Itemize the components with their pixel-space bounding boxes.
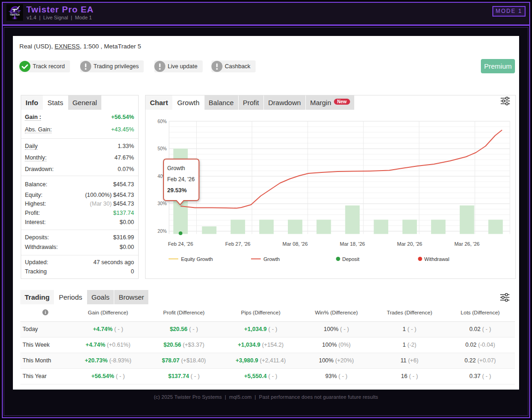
svg-text:Deposit: Deposit <box>342 256 359 262</box>
svg-text:60%: 60% <box>158 119 167 124</box>
svg-text:Mar 08, '26: Mar 08, '26 <box>282 241 308 247</box>
svg-text:Mar 20, '26: Mar 20, '26 <box>397 241 422 247</box>
svg-text:Mar 26, '26: Mar 26, '26 <box>454 241 479 247</box>
svg-text:Feb 27, '26: Feb 27, '26 <box>225 241 251 247</box>
svg-text:Mar 18, '26: Mar 18, '26 <box>340 241 365 247</box>
svg-text:Equity Growth: Equity Growth <box>181 256 213 262</box>
svg-text:20%: 20% <box>158 229 167 234</box>
svg-text:Growth: Growth <box>167 165 185 172</box>
svg-text:Feb 24, '26: Feb 24, '26 <box>167 176 195 183</box>
svg-text:50%: 50% <box>158 146 167 151</box>
svg-text:Withdrawal: Withdrawal <box>424 256 449 262</box>
svg-text:29.53%: 29.53% <box>167 187 187 194</box>
svg-text:Feb 24, '26: Feb 24, '26 <box>168 241 193 247</box>
svg-text:TWISTER: TWISTER <box>10 14 20 16</box>
svg-text:Growth: Growth <box>263 256 280 262</box>
svg-text:30%: 30% <box>158 201 167 206</box>
